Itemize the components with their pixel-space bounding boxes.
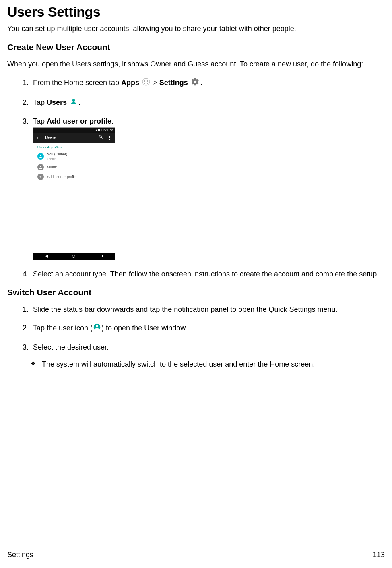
step3-suffix: . [111, 117, 113, 125]
create-steps: From the Home screen tap Apps > Settings… [7, 77, 385, 279]
step1-suffix: . [200, 79, 202, 87]
switch-heading: Switch User Account [7, 288, 385, 297]
footer-page-number: 113 [373, 551, 385, 559]
create-step-1: From the Home screen tap Apps > Settings… [31, 77, 385, 89]
users-person-icon [70, 98, 78, 108]
switch-step-3: Select the desired user. [31, 342, 385, 352]
users-settings-screenshot: 10:26 PM ← Users ⋮ Users & profiles You … [33, 127, 115, 260]
create-step-3: Tap Add user or profile. 10:26 PM ← User… [31, 116, 385, 260]
signal-icon [95, 129, 97, 131]
nav-bar [33, 253, 115, 260]
svg-point-7 [144, 83, 145, 84]
app-bar: ← Users ⋮ [33, 133, 115, 143]
nav-back-icon[interactable] [45, 255, 48, 258]
svg-point-9 [147, 83, 148, 84]
svg-point-1 [144, 80, 145, 81]
guest-label: Guest [47, 165, 57, 170]
users-section-label: Users & profiles [33, 143, 115, 151]
step1-sep: > [153, 79, 159, 87]
svg-point-2 [146, 80, 146, 81]
create-step-4: Select an account type. Then follow the … [31, 269, 385, 279]
switch2-prefix: Tap the user icon ( [33, 324, 93, 332]
page-footer: Settings 113 [7, 551, 385, 559]
create-step-2: Tap Users . [31, 97, 385, 108]
owner-avatar-icon [37, 153, 44, 160]
switch-steps: Slide the status bar downwards and tap t… [7, 305, 385, 352]
svg-point-16 [96, 325, 98, 327]
apps-icon [142, 78, 150, 88]
create-heading: Create New User Account [7, 42, 385, 52]
step3-prefix: Tap [33, 117, 47, 125]
step1-prefix: From the Home screen tap [33, 79, 121, 87]
search-icon[interactable] [99, 135, 103, 141]
nav-recents-icon[interactable] [100, 255, 103, 257]
status-time: 10:26 PM [101, 128, 113, 132]
settings-gear-icon [191, 77, 200, 89]
step2-users: Users [47, 98, 67, 106]
switch-step-1: Slide the status bar downwards and tap t… [31, 305, 385, 314]
step2-suffix: . [78, 98, 80, 106]
status-bar: 10:26 PM [33, 128, 115, 133]
svg-point-14 [40, 166, 41, 167]
create-intro: When you open the Users settings, it sho… [7, 59, 385, 69]
switch-note: The system will automatically switch to … [31, 359, 385, 369]
owner-line1: You (Owner) [47, 152, 67, 157]
svg-point-3 [147, 80, 148, 81]
svg-point-8 [146, 83, 146, 84]
svg-point-11 [99, 135, 102, 138]
battery-icon [98, 129, 100, 131]
svg-point-5 [146, 81, 146, 82]
footer-section: Settings [7, 551, 33, 559]
guest-row[interactable]: Guest [33, 162, 115, 172]
step1-settings: Settings [159, 79, 188, 87]
intro-text: You can set up multiple user accounts, a… [7, 24, 385, 33]
step1-apps: Apps [121, 79, 139, 87]
step3-bold: Add user or profile [47, 117, 111, 125]
page-title: Users Settings [7, 4, 385, 20]
svg-point-13 [40, 155, 41, 156]
svg-line-12 [101, 137, 103, 139]
nav-home-icon[interactable] [72, 255, 75, 258]
svg-point-6 [147, 81, 148, 82]
switch2-suffix: ) to open the User window. [101, 324, 187, 332]
add-user-row[interactable]: + Add user or profile [33, 172, 115, 182]
switch-note-list: The system will automatically switch to … [7, 359, 385, 369]
switch-step-2: Tap the user icon ( ) to open the User w… [31, 323, 385, 333]
appbar-title: Users [45, 135, 95, 141]
guest-avatar-icon [37, 164, 44, 170]
step2-prefix: Tap [33, 98, 47, 106]
user-circle-icon [93, 323, 101, 333]
add-plus-icon: + [37, 174, 44, 180]
svg-point-4 [144, 81, 145, 82]
owner-line2: Owner [47, 157, 67, 161]
owner-row[interactable]: You (Owner) Owner [33, 150, 115, 162]
svg-point-10 [72, 99, 75, 102]
overflow-menu-icon[interactable]: ⋮ [107, 134, 112, 141]
add-user-label: Add user or profile [47, 174, 77, 179]
back-arrow-icon[interactable]: ← [36, 134, 41, 141]
